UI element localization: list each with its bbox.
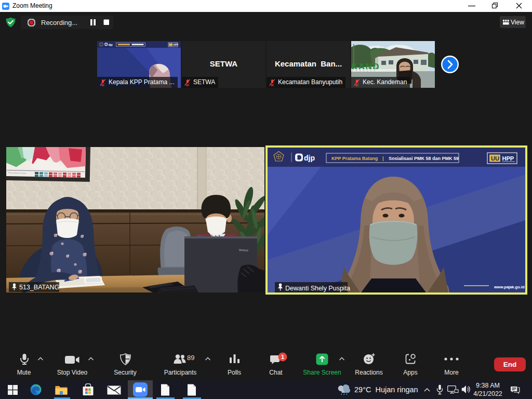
svg-text:1: 1 (281, 354, 284, 360)
svg-text:www.pajak.go.id: www.pajak.go.id (494, 285, 525, 289)
svg-text:UU: UU (491, 155, 499, 162)
svg-text:HPP: HPP (502, 155, 514, 162)
svg-text:Peta sebaran kasus: Peta sebaran kasus (8, 171, 26, 175)
svg-text:Sosialisasi PMK 58 dan PMK 59: Sosialisasi PMK 58 dan PMK 59 (389, 156, 459, 161)
svg-text:lenovo: lenovo (239, 248, 249, 252)
svg-text:|: | (382, 156, 384, 161)
svg-text:Dewanti Shely Puspita: Dewanti Shely Puspita (285, 285, 350, 292)
svg-text:djp: djp (304, 154, 315, 162)
svg-text:djp: djp (109, 43, 113, 46)
svg-text:513_BATANG: 513_BATANG (19, 284, 59, 291)
svg-text:HPP: HPP (174, 44, 178, 46)
svg-text:KPP Pratama Batang: KPP Pratama Batang (331, 156, 378, 161)
